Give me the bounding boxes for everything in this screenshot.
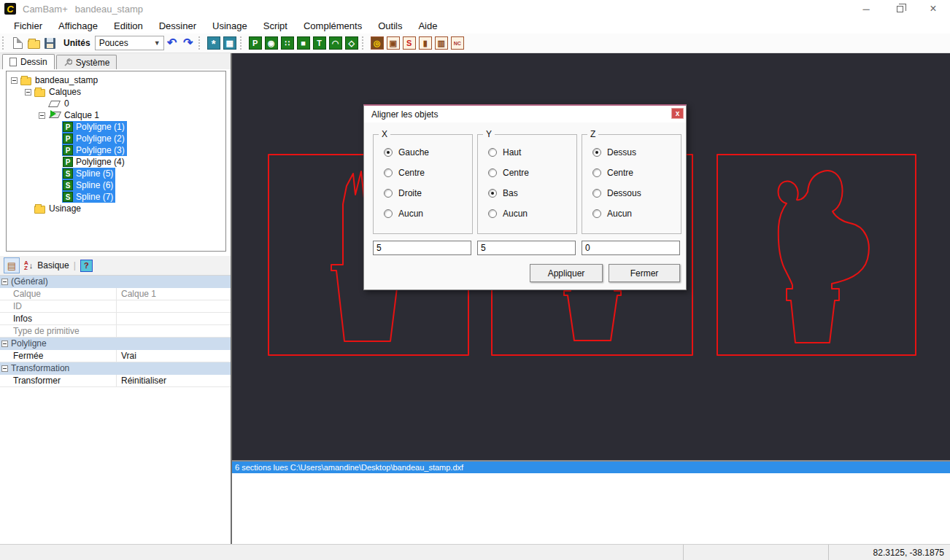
- save-file-button[interactable]: [42, 35, 57, 51]
- collapse-icon[interactable]: [1, 341, 8, 347]
- tab-systeme[interactable]: Système: [56, 55, 117, 69]
- units-combobox[interactable]: Pouces ▼: [95, 36, 164, 50]
- menu-dessiner[interactable]: Dessiner: [151, 18, 204, 34]
- property-category-transformation[interactable]: Transformation: [0, 362, 231, 375]
- radio-y-aucun[interactable]: Aucun: [488, 209, 576, 218]
- snap-grid-button[interactable]: *: [206, 35, 221, 51]
- property-value[interactable]: [117, 313, 231, 324]
- fermer-button[interactable]: Fermer: [609, 264, 680, 282]
- draw-text-button[interactable]: T: [312, 35, 327, 51]
- property-value[interactable]: Vrai: [117, 350, 231, 362]
- dialog-close-button[interactable]: x: [671, 108, 684, 119]
- tree-item-polyligne-4[interactable]: PPolyligne (4): [7, 156, 225, 168]
- radio-y-haut[interactable]: Haut: [488, 147, 576, 157]
- tab-dessin[interactable]: Dessin: [2, 54, 55, 69]
- menu-usinage[interactable]: Usinage: [204, 18, 255, 34]
- property-value[interactable]: Réinitialiser: [117, 375, 231, 386]
- property-row-transformer[interactable]: Transformer Réinitialiser: [0, 375, 231, 387]
- property-row-calque[interactable]: Calque Calque 1: [0, 288, 231, 300]
- stamp-frame-3[interactable]: [717, 155, 916, 355]
- tree-item-spline-5[interactable]: SSpline (5): [7, 168, 225, 179]
- collapse-icon[interactable]: [39, 112, 45, 119]
- menu-affichage[interactable]: Affichage: [50, 18, 106, 34]
- alphabetical-sort-button[interactable]: AZ ↓: [24, 260, 33, 271]
- new-file-button[interactable]: [10, 35, 25, 51]
- radio-x-droite[interactable]: Droite: [384, 188, 472, 198]
- tree-item-polyligne-3[interactable]: PPolyligne (3): [7, 144, 225, 156]
- menu-fichier[interactable]: Fichier: [6, 18, 50, 34]
- open-file-button[interactable]: [26, 35, 41, 51]
- radio-y-bas[interactable]: Bas: [488, 188, 576, 198]
- tree-item-usinage[interactable]: Usinage: [7, 203, 225, 214]
- align-y-value-input[interactable]: [477, 241, 576, 255]
- collapse-icon[interactable]: [1, 279, 8, 285]
- minimize-button[interactable]: ─: [849, 0, 883, 18]
- property-row-infos[interactable]: Infos: [0, 313, 231, 325]
- radio-y-centre[interactable]: Centre: [488, 168, 576, 177]
- tree-item-calques[interactable]: Calques: [7, 86, 225, 98]
- log-message[interactable]: 6 sections lues C:\Users\amandine\Deskto…: [232, 462, 950, 473]
- menu-outils[interactable]: Outils: [370, 18, 410, 34]
- radio-icon[interactable]: [488, 189, 497, 198]
- menu-aide[interactable]: Aide: [410, 18, 445, 34]
- cactus-outline-3[interactable]: [779, 171, 869, 343]
- radio-icon[interactable]: [488, 148, 497, 157]
- categorized-view-button[interactable]: ▤: [4, 257, 20, 273]
- apply-button[interactable]: Appliquer: [530, 264, 603, 282]
- tree-item-spline-7[interactable]: SSpline (7): [7, 191, 225, 203]
- restore-button[interactable]: [883, 0, 916, 18]
- radio-z-dessous[interactable]: Dessous: [592, 188, 681, 198]
- tree-item-layer-0[interactable]: 0: [7, 98, 225, 109]
- tree-item-calque-1[interactable]: Calque 1: [7, 109, 225, 121]
- radio-icon[interactable]: [384, 189, 393, 198]
- radio-icon[interactable]: [592, 209, 601, 218]
- radio-icon[interactable]: [488, 168, 497, 177]
- property-row-fermee[interactable]: Fermée Vrai: [0, 350, 231, 362]
- undo-button[interactable]: ↶: [165, 35, 179, 51]
- property-value[interactable]: [117, 300, 231, 312]
- mop-gcode-button[interactable]: NC: [450, 35, 465, 51]
- radio-icon[interactable]: [384, 209, 393, 218]
- collapse-icon[interactable]: [1, 365, 8, 372]
- radio-icon[interactable]: [592, 148, 601, 157]
- tree-item-root[interactable]: bandeau_stamp: [7, 74, 225, 86]
- radio-x-aucun[interactable]: Aucun: [384, 209, 472, 218]
- draw-points-button[interactable]: ∷: [280, 35, 295, 51]
- help-button[interactable]: ?: [80, 260, 93, 272]
- radio-x-centre[interactable]: Centre: [384, 168, 472, 177]
- radio-icon[interactable]: [384, 168, 393, 177]
- basique-button[interactable]: Basique: [37, 260, 69, 271]
- radio-z-centre[interactable]: Centre: [592, 168, 681, 177]
- property-category-polyligne[interactable]: Polyligne: [0, 338, 231, 350]
- show-grid-button[interactable]: ▦: [223, 35, 237, 51]
- draw-arc-button[interactable]: ◠: [328, 35, 343, 51]
- radio-z-dessus[interactable]: Dessus: [592, 147, 681, 157]
- property-value[interactable]: Calque 1: [117, 288, 231, 300]
- radio-icon[interactable]: [592, 168, 601, 177]
- radio-icon[interactable]: [384, 148, 393, 157]
- redo-button[interactable]: ↷: [181, 35, 196, 51]
- collapse-icon[interactable]: [25, 89, 31, 96]
- tree-item-polyligne-1[interactable]: PPolyligne (1): [7, 121, 225, 133]
- menu-edition[interactable]: Edition: [106, 18, 151, 34]
- mop-lathe-button[interactable]: ▮: [418, 35, 433, 51]
- radio-z-aucun[interactable]: Aucun: [592, 209, 681, 218]
- property-value[interactable]: [117, 325, 231, 337]
- radio-icon[interactable]: [488, 209, 497, 218]
- mop-engrave-button[interactable]: ▥: [434, 35, 449, 51]
- radio-x-gauche[interactable]: Gauche: [384, 147, 472, 157]
- mop-pocket-button[interactable]: ▣: [386, 35, 401, 51]
- draw-rectangle-button[interactable]: ■: [296, 35, 311, 51]
- draw-polyline-button[interactable]: P: [248, 35, 263, 51]
- mop-profile-button[interactable]: S: [402, 35, 417, 51]
- menu-complements[interactable]: Compléments: [296, 18, 370, 34]
- draw-surface-button[interactable]: ◇: [344, 35, 359, 51]
- close-button[interactable]: ×: [916, 0, 950, 18]
- property-row-id[interactable]: ID: [0, 300, 231, 313]
- radio-icon[interactable]: [592, 189, 601, 198]
- property-row-type-primitive[interactable]: Type de primitive: [0, 325, 231, 338]
- draw-circle-button[interactable]: ◉: [264, 35, 279, 51]
- dialog-title-bar[interactable]: Aligner les objets: [364, 106, 686, 122]
- tree-item-polyligne-2[interactable]: PPolyligne (2): [7, 133, 225, 144]
- collapse-icon[interactable]: [11, 77, 18, 84]
